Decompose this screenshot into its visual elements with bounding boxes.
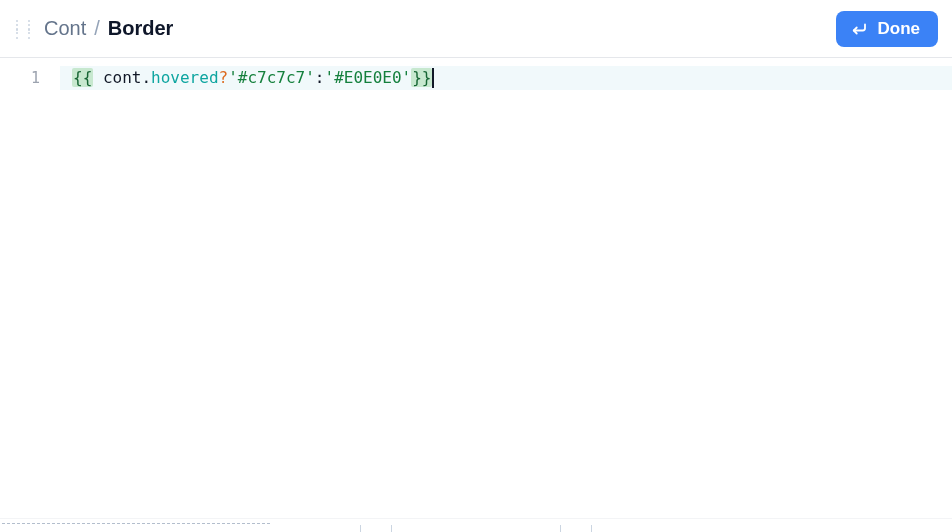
resize-indicator	[2, 523, 270, 531]
breadcrumb: Cont / Border	[44, 17, 173, 40]
return-icon	[850, 20, 868, 38]
colon-token: :	[315, 68, 325, 87]
code-line[interactable]: {{ cont.hovered?'#c7c7c7':'#E0E0E0'}}	[60, 66, 952, 90]
editor-header: ⋮⋮⋮⋮ Cont / Border Done	[0, 0, 952, 58]
ruler-ticks	[560, 522, 592, 532]
string-token: '#E0E0E0'	[325, 68, 412, 87]
question-token: ?	[219, 68, 229, 87]
string-token: '#c7c7c7'	[228, 68, 315, 87]
text-cursor	[432, 68, 434, 88]
line-number: 1	[0, 66, 60, 90]
identifier-token: cont	[103, 68, 142, 87]
drag-handle-icon[interactable]: ⋮⋮⋮⋮	[8, 19, 36, 39]
ruler-ticks	[360, 522, 392, 532]
breadcrumb-current: Border	[108, 17, 174, 40]
breadcrumb-separator: /	[94, 17, 100, 40]
close-braces-token: }}	[411, 68, 432, 87]
property-token: hovered	[151, 68, 218, 87]
open-braces-token: {{	[72, 68, 93, 87]
done-button[interactable]: Done	[836, 11, 939, 47]
breadcrumb-parent[interactable]: Cont	[44, 17, 86, 40]
dot-token: .	[141, 68, 151, 87]
code-editor[interactable]: 1 {{ cont.hovered?'#c7c7c7':'#E0E0E0'}}	[0, 58, 952, 518]
header-left: ⋮⋮⋮⋮ Cont / Border	[8, 17, 173, 40]
resize-bar[interactable]	[0, 518, 952, 532]
code-content[interactable]: {{ cont.hovered?'#c7c7c7':'#E0E0E0'}}	[60, 58, 952, 518]
line-number-gutter: 1	[0, 58, 60, 518]
done-button-label: Done	[878, 19, 921, 39]
